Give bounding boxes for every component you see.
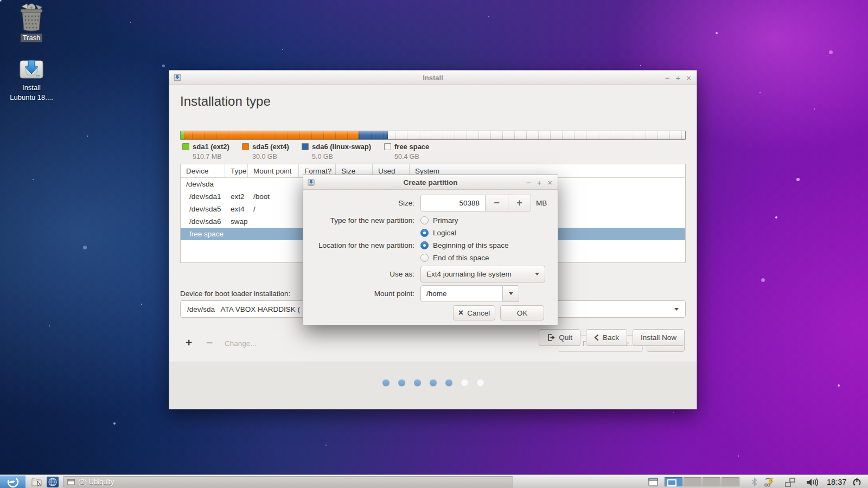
size-input[interactable]: 50388 (421, 195, 485, 211)
globe-icon (46, 476, 59, 488)
quit-icon (547, 333, 555, 342)
install-drive-icon (18, 56, 45, 82)
radio-primary-label[interactable]: Primary (433, 216, 458, 224)
show-desktop-button[interactable] (647, 476, 660, 488)
size-label: Size: (303, 199, 414, 207)
desktop-icon-install[interactable]: Install Lubuntu 18.... (5, 56, 58, 102)
window-title: Install (169, 74, 697, 82)
bluetooth-tray[interactable] (750, 476, 758, 488)
window-titlebar[interactable]: Install − + × (169, 70, 697, 85)
create-partition-dialog: Create partition − + × Size: 50388 − + M… (303, 175, 558, 325)
volume-tray[interactable] (805, 476, 820, 488)
size-decrement-button[interactable]: − (485, 195, 508, 211)
partition-segment-sda5 (184, 131, 359, 139)
col-mount-point[interactable]: Mount point (248, 164, 299, 177)
change-button[interactable]: Change... (225, 339, 257, 348)
radio-logical-label[interactable]: Logical (433, 229, 456, 237)
web-launcher[interactable] (46, 476, 60, 488)
quit-button[interactable]: Quit (539, 329, 580, 346)
add-partition-button[interactable]: + (186, 336, 192, 349)
lubuntu-logo-icon (4, 476, 22, 488)
size-increment-button[interactable]: + (508, 195, 531, 211)
page-title: Installation type (180, 94, 271, 109)
trash-label: Trash (21, 34, 43, 42)
network-icon (785, 478, 795, 487)
location-label: Location for the new partition: (303, 241, 414, 249)
install-label-line1: Install (20, 84, 43, 92)
col-type[interactable]: Type (225, 164, 248, 177)
size-spinbox: 50388 − + (420, 195, 531, 211)
progress-dots (169, 379, 697, 386)
mount-point-label: Mount point: (303, 290, 414, 298)
back-button[interactable]: Back (586, 329, 627, 346)
dialog-minimize-icon[interactable]: − (526, 178, 531, 187)
legend-sda6-size: 5.0 GB (312, 153, 333, 160)
desktop-icon-trash[interactable]: Trash (5, 3, 58, 42)
radio-end[interactable] (420, 254, 429, 262)
chevron-down-icon (674, 308, 679, 311)
back-chevron-icon (594, 334, 599, 341)
window-icon (67, 479, 75, 485)
minimize-icon[interactable]: − (665, 74, 670, 82)
legend-sda1: sda1 (ext2) (182, 143, 229, 151)
taskbar: (2) Ubiquity (0, 474, 868, 488)
cancel-button[interactable]: × Cancel (453, 305, 495, 320)
legend-color-chip (242, 143, 249, 150)
use-as-select[interactable]: Ext4 journaling file system (420, 266, 545, 282)
dialog-titlebar[interactable]: Create partition − + × (303, 175, 558, 190)
workspace-1[interactable] (665, 477, 682, 486)
radio-primary[interactable] (420, 216, 429, 224)
workspace-4[interactable] (722, 477, 739, 486)
power-icon (852, 478, 861, 487)
cancel-x-icon: × (458, 309, 463, 317)
close-icon[interactable]: × (686, 74, 691, 82)
file-manager-launcher[interactable] (30, 476, 44, 488)
use-as-label: Use as: (303, 270, 414, 278)
legend-color-chip (182, 143, 189, 150)
progress-dot (445, 379, 452, 386)
stars-layer-2 (0, 0, 2, 2)
dialog-maximize-icon[interactable]: + (537, 178, 541, 187)
bootloader-device-value: /dev/sda ATA VBOX HARDDISK ( (187, 305, 300, 313)
radio-end-label[interactable]: End of this space (433, 254, 489, 262)
progress-dot (398, 379, 405, 386)
partition-segment-free (388, 131, 685, 139)
show-desktop-icon (648, 478, 658, 486)
workspace-3[interactable] (703, 477, 720, 486)
workspace-pager[interactable] (665, 477, 739, 486)
dialog-close-icon[interactable]: × (547, 178, 552, 187)
remove-partition-button[interactable]: − (206, 336, 213, 349)
mount-point-input[interactable]: /home (420, 285, 503, 302)
type-label: Type for the new partition: (303, 216, 414, 224)
network-tray[interactable] (783, 476, 796, 488)
folder-icon (31, 477, 43, 487)
progress-dot (477, 379, 484, 386)
progress-dot (461, 379, 468, 386)
legend-sda1-size: 510.7 MB (193, 153, 222, 160)
taskbar-window-button[interactable]: (2) Ubiquity (63, 476, 513, 487)
col-device[interactable]: Device (181, 164, 225, 177)
legend-color-chip (384, 143, 391, 150)
use-as-value: Ext4 journaling file system (426, 270, 512, 278)
battery-charging-icon (764, 477, 775, 487)
size-unit-label: MB (536, 199, 547, 207)
legend-sda6: sda6 (linux-swap) (302, 143, 371, 151)
partition-segment-sda6 (359, 131, 388, 139)
radio-beginning[interactable] (420, 241, 429, 249)
trash-icon (17, 3, 46, 32)
radio-logical[interactable] (420, 229, 429, 237)
maximize-icon[interactable]: + (675, 74, 680, 82)
mount-point-dropdown-button[interactable] (503, 285, 519, 302)
install-now-button[interactable]: Install Now (633, 329, 685, 346)
bluetooth-icon (751, 478, 757, 486)
dialog-title: Create partition (303, 178, 558, 187)
shutdown-button[interactable] (850, 476, 864, 488)
workspace-2[interactable] (684, 477, 701, 486)
start-menu-button[interactable] (0, 476, 25, 488)
taskbar-clock[interactable]: 18:37 (827, 475, 846, 488)
wizard-footer (169, 362, 697, 409)
radio-beginning-label[interactable]: Beginning of this space (433, 241, 509, 249)
power-manager-tray[interactable] (763, 476, 776, 488)
ok-button[interactable]: OK (500, 305, 544, 320)
legend-free-space-size: 50.4 GB (394, 153, 419, 160)
